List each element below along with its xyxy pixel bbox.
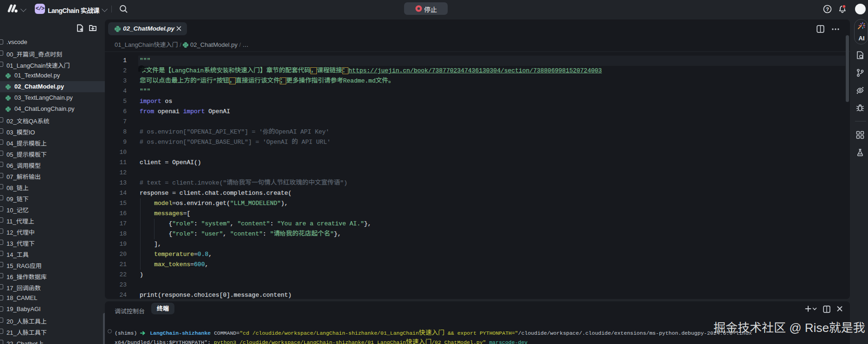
svg-text:?: ? bbox=[826, 6, 829, 12]
